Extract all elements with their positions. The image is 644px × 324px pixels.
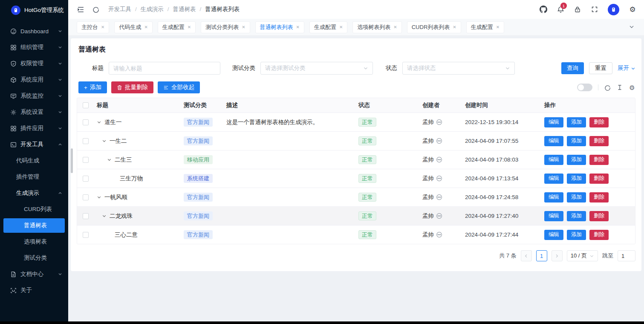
- row-checkbox[interactable]: [83, 138, 89, 144]
- reset-button[interactable]: 重置: [589, 62, 612, 74]
- next-page-button[interactable]: [552, 250, 563, 261]
- tree-collapse-icon[interactable]: [102, 138, 110, 144]
- ellipsis-circle-icon[interactable]: [436, 231, 442, 238]
- sidebar-item-about[interactable]: 关于: [0, 282, 68, 298]
- close-icon[interactable]: ✕: [453, 25, 456, 29]
- tab-code-gen[interactable]: 代码生成✕: [114, 21, 152, 33]
- delete-button[interactable]: 删除: [589, 211, 609, 221]
- add-child-button[interactable]: 添加: [567, 174, 586, 184]
- breadcrumb-item[interactable]: 普通树表: [173, 6, 205, 13]
- row-checkbox[interactable]: [83, 157, 89, 163]
- edit-button[interactable]: 编辑: [544, 117, 563, 127]
- ellipsis-circle-icon[interactable]: [436, 175, 442, 182]
- sidebar-item-curd-list[interactable]: CURD列表: [0, 201, 68, 217]
- edit-button[interactable]: 编辑: [544, 155, 563, 165]
- tree-collapse-icon[interactable]: [97, 194, 104, 200]
- tab-gen-config-2[interactable]: 生成配置✕: [309, 21, 347, 33]
- add-child-button[interactable]: 添加: [567, 117, 586, 127]
- row-checkbox[interactable]: [83, 119, 89, 125]
- notification-bell-icon[interactable]: 1: [557, 6, 564, 13]
- github-icon[interactable]: [540, 6, 547, 13]
- sidebar-item-plugin-manage[interactable]: 插件管理: [0, 169, 68, 185]
- edit-button[interactable]: 编辑: [544, 211, 563, 221]
- tree-collapse-icon[interactable]: [97, 119, 104, 125]
- logo[interactable]: HotGo管理系统: [0, 0, 68, 20]
- sidebar-item-dev-tools[interactable]: 开发工具: [0, 136, 68, 153]
- tab-test-category-list[interactable]: 测试分类列表✕: [201, 21, 250, 33]
- reload-icon[interactable]: [92, 6, 100, 13]
- delete-button[interactable]: 删除: [589, 230, 609, 240]
- add-button[interactable]: + 添加: [78, 81, 107, 93]
- delete-button[interactable]: 删除: [589, 174, 609, 184]
- avatar[interactable]: [608, 4, 619, 15]
- sidebar-item-doc-center[interactable]: 文档中心: [0, 266, 68, 282]
- ellipsis-circle-icon[interactable]: [436, 194, 442, 200]
- close-icon[interactable]: ✕: [188, 25, 191, 29]
- tab-gen-config-3[interactable]: 生成配置✕: [466, 21, 504, 33]
- ellipsis-circle-icon[interactable]: [436, 156, 442, 163]
- edit-button[interactable]: 编辑: [544, 174, 563, 184]
- add-child-button[interactable]: 添加: [567, 155, 586, 165]
- sidebar-item-system-app[interactable]: 系统应用: [0, 72, 68, 88]
- tab-option-tree-list[interactable]: 选项树表列表✕: [352, 21, 401, 33]
- gear-icon[interactable]: ⚙: [629, 6, 636, 13]
- scrollbar-thumb[interactable]: [71, 148, 73, 173]
- breadcrumb-item[interactable]: 开发工具: [108, 6, 141, 13]
- search-button[interactable]: 查询: [561, 62, 584, 74]
- sidebar-item-permission[interactable]: 权限管理: [0, 55, 68, 72]
- sidebar-item-dashboard[interactable]: Dashboard: [0, 23, 68, 39]
- sidebar-item-test-category[interactable]: 测试分类: [0, 250, 68, 266]
- delete-button[interactable]: 删除: [589, 192, 609, 202]
- close-icon[interactable]: ✕: [496, 25, 500, 29]
- close-icon[interactable]: ✕: [296, 25, 300, 29]
- edit-button[interactable]: 编辑: [544, 136, 563, 146]
- sidebar-item-gen-demo[interactable]: 生成演示: [0, 185, 68, 201]
- edit-button[interactable]: 编辑: [544, 230, 563, 240]
- close-icon[interactable]: ✕: [242, 25, 245, 29]
- row-height-icon[interactable]: [616, 84, 623, 91]
- lock-icon[interactable]: [574, 6, 581, 13]
- add-child-button[interactable]: 添加: [567, 192, 586, 202]
- add-child-button[interactable]: 添加: [567, 211, 586, 221]
- fullscreen-icon[interactable]: [591, 6, 598, 13]
- tab-gen-config-1[interactable]: 生成配置✕: [158, 21, 196, 33]
- breadcrumb-item[interactable]: 生成演示: [141, 6, 173, 13]
- collapse-all-button[interactable]: 全部收起: [158, 81, 200, 93]
- tab-list-dropdown-icon[interactable]: [629, 24, 635, 31]
- delete-button[interactable]: 删除: [589, 155, 609, 165]
- title-filter-input[interactable]: [109, 62, 220, 75]
- add-child-button[interactable]: 添加: [567, 136, 586, 146]
- row-checkbox[interactable]: [83, 194, 89, 200]
- select-all-checkbox[interactable]: [83, 102, 89, 108]
- jump-to-input[interactable]: [618, 250, 635, 261]
- sidebar-item-org[interactable]: 组织管理: [0, 39, 68, 55]
- tab-normal-tree-list[interactable]: 普通树表列表✕: [255, 21, 304, 33]
- page-number-button[interactable]: 1: [536, 250, 547, 261]
- sidebar-item-settings[interactable]: 系统设置: [0, 104, 68, 120]
- row-checkbox[interactable]: [83, 176, 89, 182]
- close-icon[interactable]: ✕: [144, 25, 147, 29]
- delete-button[interactable]: 删除: [589, 117, 609, 127]
- tree-collapse-icon[interactable]: [107, 157, 115, 163]
- status-filter-select[interactable]: 请选择状态: [402, 62, 515, 75]
- refresh-icon[interactable]: [604, 84, 611, 91]
- collapse-sidebar-icon[interactable]: [77, 6, 84, 13]
- sidebar-item-option-tree[interactable]: 选项树表: [0, 234, 68, 250]
- delete-button[interactable]: 删除: [589, 136, 609, 146]
- column-settings-icon[interactable]: ⚙: [629, 84, 635, 91]
- tab-cudr-list[interactable]: CUDR列表列表✕: [407, 21, 461, 33]
- add-child-button[interactable]: 添加: [567, 230, 586, 240]
- edit-button[interactable]: 编辑: [544, 192, 563, 202]
- row-checkbox[interactable]: [83, 232, 89, 238]
- sidebar-item-normal-tree[interactable]: 普通树表: [3, 218, 65, 233]
- sidebar-item-code-gen[interactable]: 代码生成: [0, 153, 68, 169]
- expand-filters-link[interactable]: 展开: [618, 64, 635, 72]
- prev-page-button[interactable]: [521, 250, 532, 261]
- page-size-select[interactable]: 10 / 页: [567, 250, 598, 261]
- sidebar-item-plugin-app[interactable]: 插件应用: [0, 120, 68, 136]
- tree-collapse-icon[interactable]: [102, 213, 110, 219]
- sidebar-item-monitor[interactable]: 系统监控: [0, 88, 68, 104]
- close-icon[interactable]: ✕: [339, 25, 343, 29]
- ellipsis-circle-icon[interactable]: [436, 213, 442, 219]
- close-icon[interactable]: ✕: [101, 25, 104, 29]
